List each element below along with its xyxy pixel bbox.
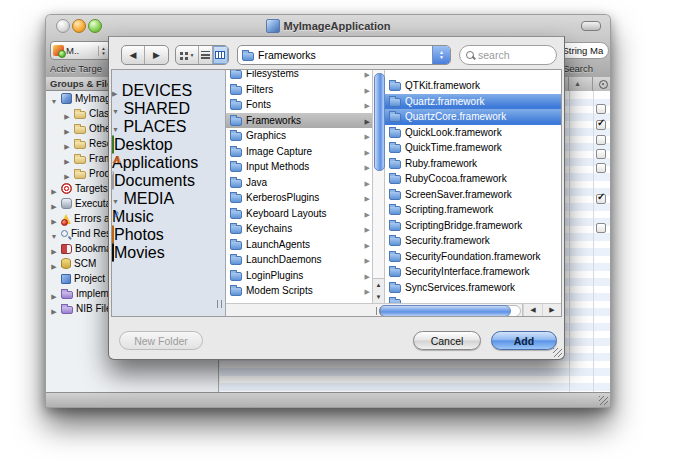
vertical-scrollbar-thumb[interactable] <box>374 73 385 171</box>
disclosure-triangle-icon[interactable] <box>50 256 58 271</box>
sidebar-row[interactable]: Applications <box>112 154 225 172</box>
framework-row[interactable]: QTKit.framework <box>385 78 561 94</box>
sidebar-item-label: Documents <box>114 172 195 189</box>
disclosure-triangle-icon[interactable] <box>63 121 71 136</box>
folder-row[interactable]: Graphics <box>226 128 372 144</box>
folder-row[interactable]: Image Capture <box>226 144 372 160</box>
horizontal-scrollbar-thumb[interactable] <box>379 305 511 316</box>
framework-row[interactable]: SecurityInterface.framework <box>385 264 561 280</box>
disclosure-triangle-icon[interactable] <box>50 226 58 241</box>
framework-row[interactable]: Security.framework <box>385 233 561 249</box>
sidebar-row[interactable]: Movies <box>112 244 225 262</box>
window-resize-grip-icon[interactable] <box>599 396 608 405</box>
disclosure-triangle-icon[interactable] <box>63 151 71 166</box>
folder-row[interactable]: Java <box>226 175 372 191</box>
cancel-button[interactable]: Cancel <box>413 331 481 350</box>
disclosure-triangle-icon[interactable] <box>50 211 58 226</box>
folder-row[interactable]: Input Methods <box>226 159 372 175</box>
framework-row[interactable]: QuartzCore.framework <box>385 109 561 125</box>
disclosure-triangle-icon[interactable] <box>112 82 117 99</box>
folder-row[interactable]: LaunchAgents <box>226 237 372 253</box>
folder-row[interactable]: Fonts <box>226 97 372 113</box>
disclosure-triangle-icon[interactable] <box>112 118 119 135</box>
framework-row[interactable]: Quartz.framework <box>385 94 561 110</box>
framework-row[interactable]: ScriptingBridge.framework <box>385 218 561 234</box>
framework-row[interactable]: Ruby.framework <box>385 156 561 172</box>
vertical-scrollbar[interactable]: ▲ ▼ <box>372 70 385 303</box>
forward-button[interactable]: ▶ <box>145 46 168 64</box>
tree-item-label: Find Res <box>71 228 111 239</box>
column-resize-handle[interactable] <box>372 307 385 315</box>
disclosure-triangle-icon[interactable] <box>50 286 58 301</box>
framework-row[interactable] <box>385 295 561 303</box>
framework-icon <box>389 284 401 293</box>
framework-row[interactable]: QuickLook.framework <box>385 125 561 141</box>
sidebar-row[interactable]: Documents <box>112 172 225 190</box>
disclosure-triangle-icon[interactable] <box>50 301 58 316</box>
disclosure-triangle-icon[interactable] <box>50 241 58 256</box>
folder-name: Fonts <box>246 99 361 110</box>
sidebar-row[interactable]: MEDIA <box>112 190 225 208</box>
framework-row[interactable]: QuickTime.framework <box>385 140 561 156</box>
framework-row[interactable]: ScreenSaver.framework <box>385 187 561 203</box>
sheet-search-field[interactable]: search <box>459 45 557 65</box>
disclosure-triangle-icon[interactable] <box>112 100 119 117</box>
sidebar-row[interactable]: SHARED <box>112 100 225 118</box>
target-membership-checkbox[interactable] <box>596 120 606 130</box>
folder-row[interactable]: LoginPlugins <box>226 268 372 284</box>
folder-row[interactable]: LaunchDaemons <box>226 252 372 268</box>
new-folder-button[interactable]: New Folder <box>119 331 203 350</box>
sidebar-row[interactable]: DEVICES <box>112 82 225 100</box>
folder-row[interactable]: Keyboard Layouts <box>226 206 372 222</box>
folder-row[interactable]: Filters <box>226 82 372 98</box>
tree-item-label: Targets <box>75 183 108 194</box>
column-line <box>569 91 570 393</box>
disclosure-triangle-icon[interactable] <box>50 181 58 196</box>
disclosure-triangle-icon[interactable] <box>63 136 71 151</box>
disclosure-triangle-icon[interactable] <box>112 190 119 207</box>
scroll-left-button[interactable]: ◀ <box>523 304 542 316</box>
horizontal-scrollbar[interactable]: ◀ ▶ <box>226 303 561 316</box>
target-membership-checkbox[interactable] <box>596 194 606 204</box>
target-membership-checkbox[interactable] <box>596 163 606 173</box>
folder-row[interactable]: Keychains <box>226 221 372 237</box>
target-membership-checkbox[interactable] <box>596 223 606 233</box>
framework-name: QuickLook.framework <box>405 127 559 138</box>
folder-name: Input Methods <box>246 161 361 172</box>
target-membership-checkbox[interactable] <box>596 104 606 114</box>
back-button[interactable]: ◀ <box>122 46 145 64</box>
warning-column-icon[interactable]: ▲ <box>574 80 581 87</box>
disclosure-triangle-icon[interactable] <box>50 196 58 211</box>
target-membership-column-icon[interactable] <box>599 80 608 89</box>
sidebar-row[interactable]: PLACES <box>112 118 225 136</box>
disclosure-triangle-icon[interactable] <box>50 91 58 106</box>
framework-row[interactable]: SecurityFoundation.framework <box>385 249 561 265</box>
column-view-button[interactable] <box>213 46 228 64</box>
scroll-down-button[interactable]: ▼ <box>373 291 384 303</box>
add-button[interactable]: Add <box>491 331 557 350</box>
scroll-right-button[interactable]: ▶ <box>542 304 561 316</box>
icon-view-button[interactable]: ▼ <box>176 46 199 64</box>
sidebar-row[interactable]: Music <box>112 208 225 226</box>
framework-icon <box>389 206 401 215</box>
folder-row[interactable]: Modem Scripts <box>226 283 372 299</box>
sidebar-row[interactable]: Desktop <box>112 136 225 154</box>
target-membership-checkbox[interactable] <box>596 135 606 145</box>
toolbar-toggle-button[interactable] <box>581 21 601 31</box>
folder-row[interactable]: Frameworks <box>226 113 372 129</box>
sidebar-row[interactable]: Photos <box>112 226 225 244</box>
framework-row[interactable]: RubyCocoa.framework <box>385 171 561 187</box>
list-view-button[interactable] <box>199 46 213 64</box>
folder-row[interactable]: KerberosPlugins <box>226 190 372 206</box>
sheet-resize-grip-icon[interactable] <box>553 348 562 357</box>
sidebar-resize-handle[interactable] <box>217 300 222 308</box>
active-target-popup[interactable]: M.. ▲▼ <box>50 41 111 60</box>
folder-row[interactable]: Filesystems <box>226 70 372 82</box>
disclosure-triangle-icon[interactable] <box>63 106 71 121</box>
location-popup[interactable]: Frameworks ▲▼ <box>237 45 451 65</box>
target-membership-checkbox[interactable] <box>596 149 606 159</box>
framework-row[interactable]: SyncServices.framework <box>385 280 561 296</box>
disclosure-triangle-icon[interactable] <box>63 166 71 181</box>
scroll-up-button[interactable]: ▲ <box>373 279 384 291</box>
framework-row[interactable]: Scripting.framework <box>385 202 561 218</box>
